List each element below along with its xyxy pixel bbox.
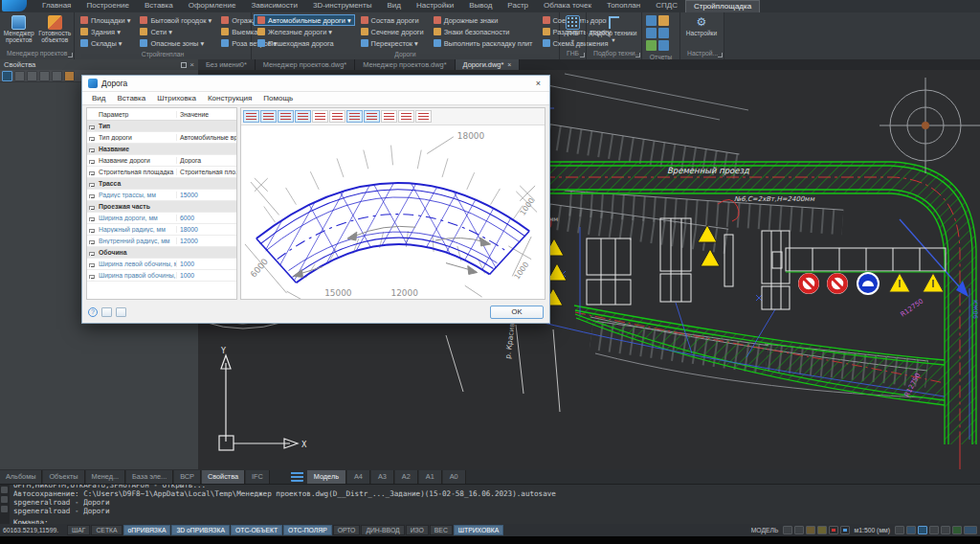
status-toggle[interactable]: ОТС-ОБЪЕКТ (231, 525, 282, 535)
report-icon[interactable] (658, 40, 669, 51)
property-row[interactable]: Трасса (87, 178, 236, 190)
object-readiness-button[interactable]: Готовность объектов (38, 13, 73, 49)
layout-tab[interactable]: А4 (347, 470, 370, 484)
command-close-icon[interactable] (1, 487, 8, 493)
dialog-launcher-icon[interactable] (580, 53, 585, 57)
ribbon-button[interactable]: Площадки ▾ (77, 14, 134, 26)
dialog-close-icon[interactable]: × (533, 79, 544, 88)
road-preset-button[interactable] (381, 110, 397, 123)
quick-select-icon[interactable] (52, 71, 62, 81)
ribbon-button[interactable]: Сечение дороги (357, 26, 428, 37)
property-row[interactable]: Проезжая часть (87, 201, 236, 213)
status-toggle[interactable]: ДИН-ВВОД (361, 525, 404, 535)
bulb-icon[interactable] (817, 526, 827, 534)
property-row[interactable]: Радиус трассы, мм 15000 (87, 190, 236, 201)
user-icon[interactable] (806, 526, 815, 534)
regen-icon[interactable] (952, 526, 962, 534)
collapse-icon[interactable] (89, 125, 95, 130)
document-tab[interactable]: Без имени0* (198, 59, 256, 70)
ribbon-tab[interactable]: Стройплощадка (685, 0, 760, 12)
save-template-icon[interactable] (101, 307, 112, 317)
annotation-scale-icon[interactable] (840, 526, 850, 534)
ribbon-tab[interactable]: Главная (34, 0, 78, 12)
road-preset-button[interactable] (364, 110, 380, 123)
pick-add-icon[interactable] (2, 71, 12, 81)
layout-tab[interactable]: Модель (307, 470, 346, 484)
ribbon-tab[interactable]: Вывод (461, 0, 500, 12)
ribbon-button[interactable]: Железные дороги ▾ (254, 26, 355, 37)
cycle-select-icon[interactable] (39, 71, 50, 81)
property-row[interactable]: Ширина дороги, мм 6000 (87, 213, 236, 224)
dialog-menu-item[interactable]: Конструкция (202, 93, 257, 103)
property-row[interactable]: Название (87, 144, 236, 155)
road-preset-button[interactable] (278, 110, 294, 123)
ribbon-tab[interactable]: 3D-инструменты (305, 0, 380, 12)
tab-close-icon[interactable]: × (507, 61, 511, 68)
ribbon-tab[interactable]: Вид (379, 0, 408, 12)
ribbon-tab[interactable]: Настройки (409, 0, 461, 12)
command-history-icon[interactable] (1, 496, 8, 503)
command-prompt[interactable]: Команда: (13, 518, 976, 524)
sheet-icon[interactable] (783, 526, 792, 534)
panel-tab[interactable]: ВСР (174, 470, 201, 484)
road-preset-button[interactable] (312, 110, 328, 123)
collapse-icon[interactable] (89, 240, 95, 245)
app-logo-icon[interactable] (2, 0, 27, 11)
dialog-menu-item[interactable]: Помощь (257, 93, 299, 103)
collapse-icon[interactable] (89, 275, 95, 280)
road-preset-button[interactable] (346, 110, 363, 123)
collapse-icon[interactable] (89, 229, 95, 234)
status-toggle[interactable]: ШАГ (67, 525, 90, 535)
panel-tab[interactable]: Объекты (43, 470, 84, 484)
road-preset-button[interactable] (329, 110, 345, 123)
load-template-icon[interactable] (116, 307, 126, 317)
model-space-label[interactable]: МОДЕЛЬ (751, 527, 779, 533)
ribbon-button[interactable]: Состав дороги (357, 14, 428, 26)
panel-tab[interactable]: Менед... (86, 470, 126, 484)
property-row[interactable]: Строительная площадка Строительная пло..… (87, 167, 236, 178)
dialog-menu-item[interactable]: Вид (86, 93, 111, 103)
status-toggle[interactable]: СЕТКА (91, 525, 122, 535)
property-row[interactable]: Тип дороги Автомобильные вр... (87, 132, 236, 144)
dialog-menu-item[interactable]: Вставка (111, 93, 151, 103)
status-toggle[interactable]: ШТРИХОВКА (454, 525, 503, 535)
ribbon-tab[interactable]: СПДС (648, 0, 685, 12)
status-toggle[interactable]: ОТС-ПОЛЯР (283, 525, 332, 535)
ribbon-button[interactable]: Знаки безопасности (430, 26, 537, 37)
report-icon[interactable] (658, 28, 669, 38)
road-preset-button[interactable] (398, 110, 414, 123)
ribbon-button[interactable]: Опасные зоны ▾ (136, 37, 215, 49)
collapse-icon[interactable] (89, 160, 95, 165)
property-row[interactable]: Внутренний радиус, мм 12000 (87, 236, 236, 247)
ribbon-tab[interactable]: Облака точек (536, 0, 599, 12)
collapse-icon[interactable] (89, 137, 95, 142)
document-tab[interactable]: Менеджер проектов.dwg* (355, 59, 455, 70)
collapse-icon[interactable] (89, 171, 95, 176)
layout-tab[interactable]: А0 (443, 470, 466, 484)
document-tab[interactable]: Менеджер проектов.dwg* (256, 59, 355, 70)
ribbon-button[interactable]: Сети ▾ (136, 26, 215, 37)
road-preset-button[interactable] (260, 110, 277, 123)
road-preset-button[interactable] (415, 110, 432, 123)
ribbon-tab[interactable]: Построение (78, 0, 137, 12)
report-icon[interactable] (658, 15, 669, 26)
report-icon[interactable] (646, 28, 657, 38)
view-rotate-icon[interactable] (941, 526, 950, 534)
road-preset-button[interactable] (243, 110, 259, 123)
panel-tab[interactable]: Свойства (202, 470, 245, 484)
report-icon[interactable] (646, 40, 657, 51)
notes-icon[interactable] (794, 526, 804, 534)
ribbon-button[interactable]: Дорожные знаки (430, 14, 537, 26)
ribbon-tab[interactable]: Растр (500, 0, 536, 12)
pick-icon[interactable] (14, 71, 25, 81)
ribbon-tab[interactable]: Оформление (181, 0, 244, 12)
fullscreen-icon[interactable] (964, 526, 977, 534)
layout-tab[interactable]: А1 (419, 470, 442, 484)
status-toggle[interactable]: ИЗО (406, 525, 429, 535)
lock-viewport-icon[interactable] (829, 526, 838, 534)
pan-icon[interactable] (895, 526, 904, 534)
ribbon-button[interactable]: Склады ▾ (77, 37, 134, 49)
ribbon-button[interactable]: Пешеходная дорога (254, 37, 355, 49)
collapse-icon[interactable] (89, 252, 95, 257)
property-row[interactable]: Ширина правой обочины, мм 1000 (87, 270, 236, 282)
